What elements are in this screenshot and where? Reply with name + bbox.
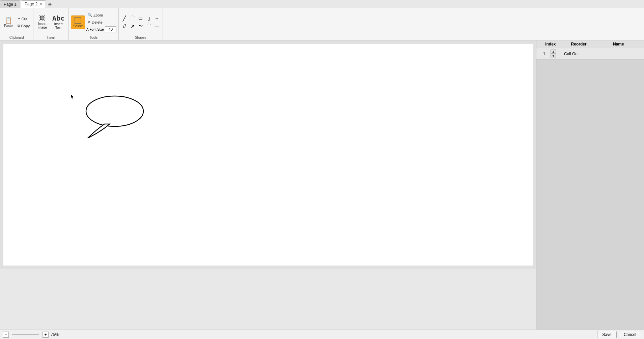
tabs-bar: Page 1 Page 2 ✕ ⊕ (0, 0, 644, 8)
main-area: Index Reorder Name 1 ▲ ▼ Call Out (0, 40, 644, 330)
shape-line-h[interactable]: — (153, 23, 161, 30)
shape-rect-v[interactable]: ▯ (145, 14, 152, 22)
canvas-area (0, 40, 536, 330)
paste-icon: 📋 (5, 17, 12, 23)
copy-button[interactable]: ⧉ Copy (16, 23, 31, 29)
header-index: Index (539, 42, 562, 47)
tab-page1-label: Page 1 (4, 2, 17, 7)
delete-icon: ✕ (88, 20, 91, 24)
toolbar-section-tools: Select 🔍 Zoom ✕ Delete A Font Size 40 To… (69, 8, 119, 40)
shape-rect-h[interactable]: ▭ (137, 14, 144, 22)
select-icon (75, 17, 81, 24)
insert-text-button[interactable]: Abc InsertText (50, 14, 66, 31)
row-index: 1 (539, 52, 549, 56)
canvas-below-area (0, 269, 536, 330)
canvas-page[interactable] (3, 44, 533, 266)
cut-button[interactable]: ✂ Cut (16, 16, 31, 22)
reorder-down-button[interactable]: ▼ (551, 54, 556, 58)
tools-content: Select 🔍 Zoom ✕ Delete A Font Size 40 (71, 9, 116, 35)
insert-text-icon: Abc (52, 15, 64, 22)
zoom-out-button[interactable]: − (3, 332, 9, 338)
speech-bubble[interactable] (78, 94, 145, 139)
header-name: Name (596, 42, 642, 47)
zoom-button[interactable]: 🔍 Zoom (86, 12, 116, 18)
tab-page1[interactable]: Page 1 (0, 0, 20, 8)
tab-page2-label: Page 2 (25, 2, 37, 6)
tab-page2[interactable]: Page 2 ✕ (21, 0, 46, 8)
save-button[interactable]: Save (597, 331, 616, 338)
font-size-input[interactable]: 40 (105, 26, 116, 32)
right-panel: Index Reorder Name 1 ▲ ▼ Call Out (536, 40, 644, 330)
bottom-bar: − + 75% Save Cancel (0, 330, 644, 339)
paste-button[interactable]: 📋 Paste (2, 16, 15, 29)
toolbar: 📋 Paste ✂ Cut ⧉ Copy Clipboard 🖼 InsertI… (0, 8, 644, 40)
zoom-slider-track (12, 334, 39, 335)
zoom-icon: 🔍 (88, 13, 92, 17)
cancel-button[interactable]: Cancel (619, 331, 641, 338)
callout-svg (78, 94, 145, 138)
toolbar-section-shapes: ╱ ⌒ ▭ ▯ → // ↗ 〜 ⌒ — Shapes (119, 8, 163, 40)
shapes-grid: ╱ ⌒ ▭ ▯ → // ↗ 〜 ⌒ — (121, 14, 161, 30)
header-reorder: Reorder (567, 42, 590, 47)
toolbar-section-insert: 🖼 InsertImage Abc InsertText Insert (33, 8, 69, 40)
insert-image-button[interactable]: 🖼 InsertImage (35, 14, 49, 30)
tab-add-button[interactable]: ⊕ (47, 1, 53, 8)
tab-page2-close[interactable]: ✕ (39, 2, 42, 6)
right-panel-row-1: 1 ▲ ▼ Call Out (536, 48, 644, 60)
row-name: Call Out (564, 52, 641, 56)
font-size-label: Font Size (90, 28, 104, 31)
cursor-icon (70, 94, 75, 100)
shape-arrow-right[interactable]: → (153, 14, 161, 22)
clipboard-content: 📋 Paste ✂ Cut ⧉ Copy (2, 9, 31, 35)
right-panel-body (536, 60, 644, 330)
tools-label: Tools (71, 35, 116, 39)
shape-double-slash[interactable]: // (121, 23, 128, 30)
shapes-label: Shapes (121, 35, 161, 39)
reorder-up-button[interactable]: ▲ (551, 50, 556, 54)
font-size-icon: A (86, 28, 89, 31)
zoom-level: 75% (51, 332, 59, 337)
toolbar-section-clipboard: 📋 Paste ✂ Cut ⧉ Copy Clipboard (0, 8, 33, 40)
insert-label: Insert (35, 35, 66, 39)
insert-image-icon: 🖼 (39, 15, 45, 21)
shape-wave[interactable]: ↗ (129, 23, 136, 30)
shape-line-diagonal[interactable]: ╱ (121, 14, 128, 22)
svg-point-0 (86, 96, 143, 126)
insert-content: 🖼 InsertImage Abc InsertText (35, 9, 66, 35)
font-size-control: A Font Size 40 (86, 26, 116, 32)
cut-icon: ✂ (18, 17, 21, 21)
select-button[interactable]: Select (71, 16, 85, 29)
reorder-buttons: ▲ ▼ (551, 50, 563, 58)
right-panel-header: Index Reorder Name (536, 40, 644, 48)
copy-icon: ⧉ (18, 24, 20, 28)
zoom-in-button[interactable]: + (43, 332, 49, 338)
shapes-content: ╱ ⌒ ▭ ▯ → // ↗ 〜 ⌒ — (121, 9, 161, 35)
shape-arc[interactable]: ⌒ (129, 14, 136, 22)
bottom-right-buttons: Save Cancel (597, 331, 641, 338)
clipboard-label: Clipboard (2, 35, 31, 39)
shape-squiggle[interactable]: 〜 (137, 23, 144, 30)
zoom-slider[interactable] (12, 334, 39, 335)
delete-button[interactable]: ✕ Delete (86, 19, 116, 25)
cursor-position (70, 94, 75, 101)
shape-curve[interactable]: ⌒ (145, 23, 152, 30)
